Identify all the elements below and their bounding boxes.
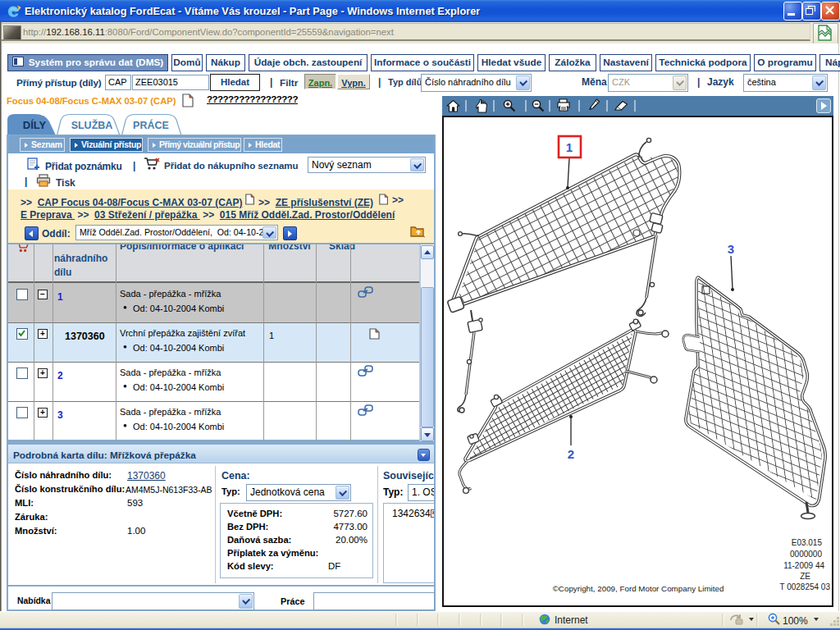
svg-text:0000000: 0000000 (790, 550, 822, 559)
svg-text:SLUŽBA: SLUŽBA (71, 119, 113, 131)
svg-text:11-2009 44: 11-2009 44 (783, 561, 824, 570)
svg-text:©Copyright, 2009, Ford Motor C: ©Copyright, 2009, Ford Motor Company Lim… (553, 584, 724, 593)
svg-text:2: 2 (568, 447, 574, 461)
svg-text:3: 3 (728, 242, 734, 256)
svg-text:ZE: ZE (800, 572, 810, 581)
svg-text:PRÁCE: PRÁCE (133, 119, 169, 131)
svg-text:DÍLY: DÍLY (23, 119, 47, 131)
svg-text:T 0028254 03: T 0028254 03 (779, 582, 830, 591)
svg-text:E03.015: E03.015 (792, 538, 823, 547)
svg-text:1: 1 (566, 140, 573, 154)
